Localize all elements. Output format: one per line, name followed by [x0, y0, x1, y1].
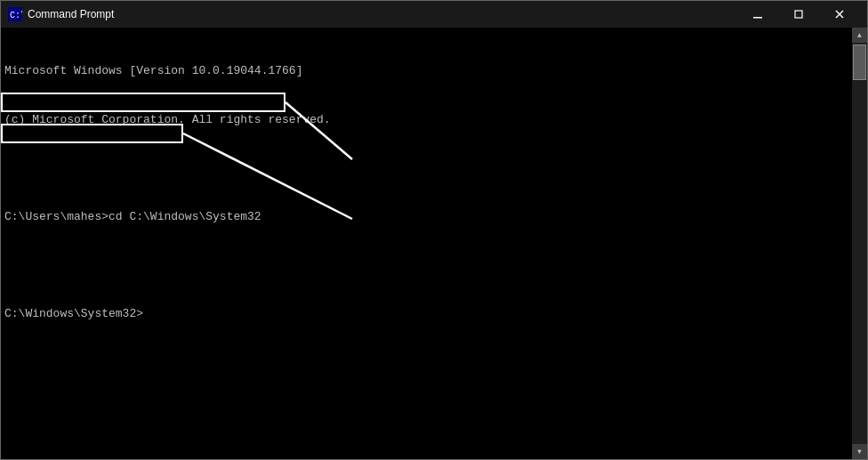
output-line-2: (c) Microsoft Corporation. All rights re…: [4, 112, 864, 128]
output-line-3: [4, 161, 864, 177]
output-line-4: C:\Users\mahes>cd C:\Windows\System32: [4, 209, 864, 225]
title-bar: C:\ Command Prompt: [1, 1, 867, 28]
maximize-button[interactable]: [778, 1, 819, 28]
terminal-body[interactable]: Microsoft Windows [Version 10.0.19044.17…: [1, 28, 867, 459]
svg-text:C:\: C:\: [10, 11, 22, 20]
close-button[interactable]: [819, 1, 860, 28]
cmd-icon: C:\: [8, 7, 22, 21]
scroll-up-button[interactable]: ▲: [852, 28, 867, 43]
svg-rect-2: [753, 17, 762, 19]
window-controls: [737, 1, 860, 28]
svg-rect-3: [795, 11, 802, 18]
minimize-button[interactable]: [737, 1, 778, 28]
cmd-window: C:\ Command Prompt: [0, 0, 868, 460]
output-line-5: [4, 258, 864, 274]
terminal-output: Microsoft Windows [Version 10.0.19044.17…: [4, 31, 864, 355]
title-bar-left: C:\ Command Prompt: [8, 7, 114, 21]
scroll-down-button[interactable]: ▼: [852, 444, 867, 459]
output-line-6: C:\Windows\System32>: [4, 306, 864, 322]
scrollbar[interactable]: ▲ ▼: [852, 28, 867, 459]
output-line-1: Microsoft Windows [Version 10.0.19044.17…: [4, 63, 864, 79]
window-title: Command Prompt: [28, 8, 114, 20]
scrollbar-thumb[interactable]: [853, 44, 866, 80]
